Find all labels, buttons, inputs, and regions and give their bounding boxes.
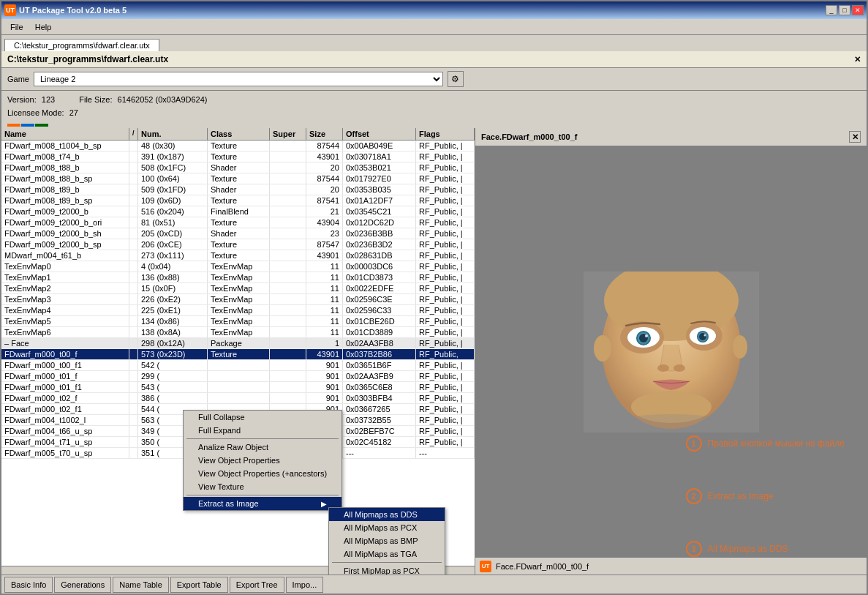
cell-class: Texture <box>208 239 270 250</box>
cell-super <box>270 360 306 370</box>
ctx-separator-2 <box>186 495 339 495</box>
cell-size: 23 <box>306 228 343 239</box>
submenu-all-bmp[interactable]: All MipMaps as BMP <box>329 534 445 547</box>
submenu-all-tga[interactable]: All MipMaps as TGA <box>329 547 445 561</box>
cell-name: FDwarf_m000_t00_f <box>1 349 129 359</box>
tab-import[interactable]: Impo... <box>286 577 324 593</box>
ctx-view-props[interactable]: View Object Properties <box>184 454 341 467</box>
col-header-num[interactable]: Num. <box>138 128 208 140</box>
table-row[interactable]: MDwarf_m004_t61_b 273 (0x111) Texture 43… <box>1 250 475 261</box>
cell-name: FDwarf_m008_t88_b_sp <box>1 173 129 184</box>
cell-super <box>270 173 306 184</box>
cell-offset: 0x01CBE26D <box>343 316 416 326</box>
color-stripe-blue <box>21 124 34 127</box>
close-window-button[interactable]: ✕ <box>852 5 864 15</box>
col-header-class[interactable]: Class <box>208 128 270 140</box>
ctx-full-expand[interactable]: Full Expand <box>184 424 341 437</box>
cell-offset: 0x012DC62D <box>343 217 416 228</box>
cell-flags: RF_Public, | <box>416 261 475 272</box>
table-row[interactable]: FDwarf_m008_t1004_b_sp 48 (0x30) Texture… <box>1 141 475 151</box>
cell-num: 134 (0x86) <box>138 316 208 326</box>
col-header-super[interactable]: Super <box>270 128 306 140</box>
table-row[interactable]: FDwarf_m009_t2000_b_ori 81 (0x51) Textur… <box>1 217 475 228</box>
cell-num: 206 (0xCE) <box>138 239 208 250</box>
table-row[interactable]: TexEnvMap1 136 (0x88) TexEnvMap 11 0x01C… <box>1 272 475 283</box>
ctx-view-texture[interactable]: View Texture <box>184 480 341 493</box>
table-row[interactable]: TexEnvMap2 15 (0x0F) TexEnvMap 11 0x0022… <box>1 283 475 294</box>
ctx-extract-image[interactable]: Extract as Image ▶ <box>184 497 341 510</box>
table-row[interactable]: TexEnvMap4 225 (0xE1) TexEnvMap 11 0x025… <box>1 305 475 316</box>
game-settings-button[interactable]: ⚙ <box>448 71 464 87</box>
table-row[interactable]: FDwarf_m008_t74_b 391 (0x187) Texture 43… <box>1 151 475 162</box>
table-row[interactable]: FDwarf_m008_t89_b 509 (0x1FD) Shader 20 … <box>1 184 475 195</box>
ctx-view-props-ancestors[interactable]: View Object Properties (+ancestors) <box>184 467 341 480</box>
svg-point-8 <box>645 334 648 337</box>
cell-class: TexEnvMap <box>208 272 270 282</box>
table-row[interactable]: – Face 298 (0x12A) Package 1 0x02AA3FB8 … <box>1 338 475 349</box>
cell-class: Texture <box>208 250 270 261</box>
cell-super <box>270 283 306 293</box>
cell-class: Shader <box>208 162 270 173</box>
table-row[interactable]: TexEnvMap3 226 (0xE2) TexEnvMap 11 0x025… <box>1 294 475 305</box>
cell-size: 901 <box>306 393 343 403</box>
table-row[interactable]: TexEnvMap5 134 (0x86) TexEnvMap 11 0x01C… <box>1 316 475 327</box>
tab-basic-info[interactable]: Basic Info <box>4 577 53 593</box>
table-row[interactable]: FDwarf_m009_t2000_b_sp 206 (0xCE) Textur… <box>1 239 475 250</box>
cell-class: Shader <box>208 184 270 195</box>
cell-size: 43901 <box>306 250 343 261</box>
cell-num: 205 (0xCD) <box>138 228 208 239</box>
game-select[interactable]: Lineage 2 <box>34 72 443 86</box>
table-row[interactable]: FDwarf_m008_t89_b_sp 109 (0x6D) Texture … <box>1 195 475 206</box>
cell-sort <box>129 404 138 414</box>
cell-offset: 0x0236B3D2 <box>343 239 416 250</box>
tab-generations[interactable]: Generations <box>54 577 111 593</box>
col-header-size[interactable]: Size <box>306 128 343 140</box>
table-row[interactable]: TexEnvMap6 138 (0x8A) TexEnvMap 11 0x01C… <box>1 327 475 338</box>
col-header-name[interactable]: Name <box>1 128 129 140</box>
cell-num: 299 ( <box>138 371 208 381</box>
menu-help[interactable]: Help <box>29 21 58 33</box>
svg-point-17 <box>733 335 747 359</box>
submenu-first-pcx[interactable]: First MipMap as PCX <box>329 564 445 575</box>
tab-name-table[interactable]: Name Table <box>113 577 169 593</box>
file-tab[interactable]: C:\tekstur_programms\fdwarf.clear.utx <box>4 39 159 51</box>
col-header-sort[interactable]: / <box>129 128 138 140</box>
table-row[interactable]: TexEnvMap0 4 (0x04) TexEnvMap 11 0x00003… <box>1 261 475 272</box>
cell-super <box>270 272 306 282</box>
game-label: Game <box>7 75 29 83</box>
bottom-tabs: Basic Info Generations Name Table Export… <box>1 575 867 594</box>
toolbar-icons <box>7 124 48 127</box>
cell-flags: RF_Public, | <box>416 206 475 217</box>
table-row[interactable]: FDwarf_m000_t00_f 573 (0x23D) Texture 43… <box>1 349 475 360</box>
col-header-flags[interactable]: Flags <box>416 128 475 140</box>
file-header: C:\tekstur_programms\fdwarf.clear.utx ✕ <box>1 51 867 68</box>
cell-name: TexEnvMap1 <box>1 272 129 282</box>
submenu-all-dds[interactable]: All Mipmaps as DDS <box>329 508 445 521</box>
tab-export-table[interactable]: Export Table <box>170 577 228 593</box>
ctx-analize[interactable]: Analize Raw Object <box>184 441 341 454</box>
cell-name: FDwarf_m000_t00_f1 <box>1 360 129 370</box>
main-area: Name / Num. Class Super Size Offset Flag… <box>1 128 867 575</box>
preview-close-button[interactable]: ✕ <box>849 131 861 143</box>
table-row[interactable]: FDwarf_m009_t2000_b_sh 205 (0xCD) Shader… <box>1 228 475 239</box>
file-header-close[interactable]: ✕ <box>854 55 861 64</box>
table-row[interactable]: FDwarf_m000_t01_f 299 ( 901 0x02AA3FB9 R… <box>1 371 475 382</box>
ctx-full-collapse[interactable]: Full Collapse <box>184 411 341 424</box>
licensee-value: 27 <box>69 108 78 117</box>
cell-class: TexEnvMap <box>208 316 270 326</box>
table-row[interactable]: FDwarf_m008_t88_b_sp 100 (0x64) Texture … <box>1 173 475 184</box>
minimize-button[interactable]: _ <box>826 5 837 15</box>
table-row[interactable]: FDwarf_m000_t02_f 386 ( 901 0x0303BFB4 R… <box>1 393 475 404</box>
svg-point-13 <box>657 364 669 372</box>
color-stripe-orange <box>7 124 20 127</box>
submenu-all-pcx[interactable]: All MipMaps as PCX <box>329 521 445 534</box>
table-row[interactable]: FDwarf_m009_t2000_b 516 (0x204) FinalBle… <box>1 206 475 217</box>
maximize-button[interactable]: □ <box>839 5 850 15</box>
table-row[interactable]: FDwarf_m008_t88_b 508 (0x1FC) Shader 20 … <box>1 162 475 173</box>
menu-file[interactable]: File <box>4 21 29 33</box>
table-row[interactable]: FDwarf_m000_t01_f1 543 ( 901 0x0365C6E8 … <box>1 382 475 393</box>
col-header-offset[interactable]: Offset <box>343 128 416 140</box>
tab-export-tree[interactable]: Export Tree <box>230 577 284 593</box>
cell-sort <box>129 426 138 436</box>
table-row[interactable]: FDwarf_m000_t00_f1 542 ( 901 0x03651B6F … <box>1 360 475 371</box>
